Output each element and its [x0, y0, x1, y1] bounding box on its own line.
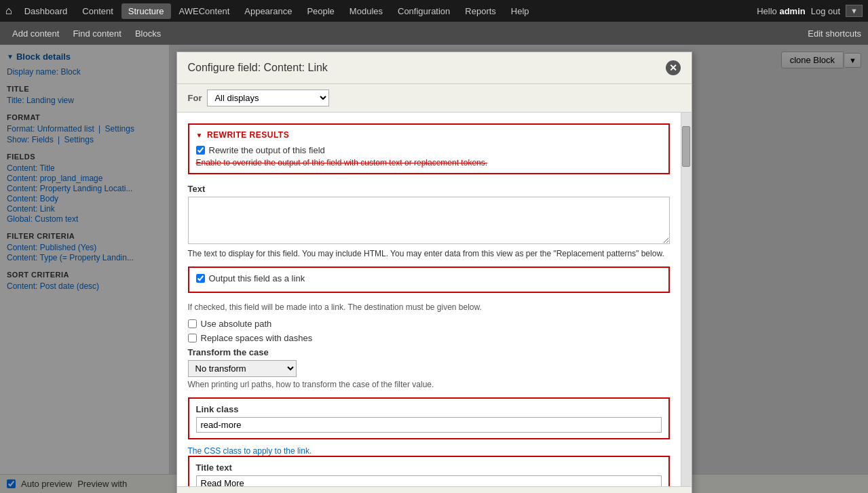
edit-shortcuts-link[interactable]: Edit shortcuts: [808, 28, 861, 39]
replace-spaces-row: Replace spaces with dashes: [188, 333, 670, 343]
link-class-section: Link class: [188, 397, 670, 439]
sec-nav-blocks[interactable]: Blocks: [130, 26, 166, 41]
absolute-path-checkbox[interactable]: [188, 319, 197, 328]
modal-title: Configure field: Content: Link: [188, 62, 328, 74]
transform-case-label: Transform the case: [188, 347, 670, 357]
nav-reports[interactable]: Reports: [458, 3, 503, 19]
rewrite-strikethrough-description: Enable to override the output of this fi…: [196, 158, 662, 167]
nav-structure[interactable]: Structure: [121, 3, 171, 19]
modal-footer: Apply (all displays) Cancel Remove: [177, 486, 692, 493]
modal-header: Configure field: Content: Link ✕: [177, 52, 692, 84]
title-text-label: Title text: [196, 462, 662, 473]
nav-right-area: Hello admin Log out ▼: [757, 5, 863, 17]
sec-nav-find-content[interactable]: Find content: [67, 26, 127, 41]
secondary-navigation: Add content Find content Blocks Edit sho…: [0, 22, 868, 45]
modal-scrollbar[interactable]: [681, 113, 692, 486]
transform-case-description: When printing url paths, how to transfor…: [188, 380, 670, 389]
title-text-section: Title text: [188, 456, 670, 486]
output-link-label: Output this field as a link: [209, 273, 305, 283]
home-icon[interactable]: ⌂: [5, 5, 12, 17]
nav-help[interactable]: Help: [504, 3, 536, 19]
output-field-section: Output this field as a link: [188, 267, 670, 293]
for-select[interactable]: All displays Block: [207, 90, 329, 106]
nav-dropdown-button[interactable]: ▼: [846, 5, 863, 17]
top-navigation: ⌂ Dashboard Content Structure AWEContent…: [0, 0, 868, 22]
scrollbar-thumb[interactable]: [682, 126, 690, 167]
nav-appearance[interactable]: Appearance: [238, 3, 299, 19]
modal-close-button[interactable]: ✕: [666, 60, 681, 75]
link-class-input[interactable]: [196, 417, 662, 433]
output-link-checkbox-row: Output this field as a link: [196, 273, 662, 283]
transform-case-select[interactable]: No transform Upper case Lower case: [188, 360, 297, 377]
title-text-input[interactable]: [196, 475, 662, 486]
link-class-label: Link class: [196, 404, 662, 414]
rewrite-triangle-icon[interactable]: ▼: [196, 132, 203, 139]
replace-spaces-label: Replace spaces with dashes: [201, 333, 313, 343]
modal-for-row: For All displays Block: [177, 84, 692, 113]
nav-content[interactable]: Content: [75, 3, 120, 19]
hello-text: Hello admin: [757, 6, 806, 16]
configure-field-modal: Configure field: Content: Link ✕ For All…: [176, 52, 692, 493]
modal-body: ▼ Rewrite Results Rewrite the output of …: [177, 113, 692, 486]
text-field-description: The text to display for this field. You …: [188, 249, 670, 258]
transform-case-section: Transform the case No transform Upper ca…: [188, 347, 670, 389]
sec-nav-add-content[interactable]: Add content: [7, 26, 64, 41]
for-label: For: [188, 93, 202, 103]
nav-configuration[interactable]: Configuration: [391, 3, 457, 19]
text-field-textarea[interactable]: [188, 197, 670, 244]
absolute-path-row: Use absolute path: [188, 319, 670, 329]
absolute-path-label: Use absolute path: [201, 319, 272, 329]
nav-modules[interactable]: Modules: [343, 3, 390, 19]
modal-overlay: Configure field: Content: Link ✕ For All…: [0, 45, 868, 493]
main-layout: ▼ Block details Display name: Block Titl…: [0, 45, 868, 493]
rewrite-output-label: Rewrite the output of this field: [209, 145, 325, 155]
text-field-label: Text: [188, 184, 670, 194]
output-link-checkbox[interactable]: [196, 274, 205, 283]
rewrite-results-section: ▼ Rewrite Results Rewrite the output of …: [188, 123, 670, 174]
nav-dashboard[interactable]: Dashboard: [18, 3, 75, 19]
logout-link[interactable]: Log out: [811, 6, 840, 16]
css-class-description: The CSS class to apply to the link.: [188, 446, 670, 456]
nav-people[interactable]: People: [300, 3, 341, 19]
replace-spaces-checkbox[interactable]: [188, 334, 197, 342]
output-link-description: If checked, this field will be made into…: [188, 302, 670, 312]
modal-content-area: ▼ Rewrite Results Rewrite the output of …: [177, 113, 681, 486]
rewrite-results-label: Rewrite Results: [207, 130, 289, 140]
rewrite-output-checkbox-row: Rewrite the output of this field: [196, 145, 662, 155]
rewrite-output-checkbox[interactable]: [196, 146, 205, 155]
rewrite-results-header: ▼ Rewrite Results: [196, 130, 662, 140]
nav-awecontent[interactable]: AWEContent: [172, 3, 237, 19]
